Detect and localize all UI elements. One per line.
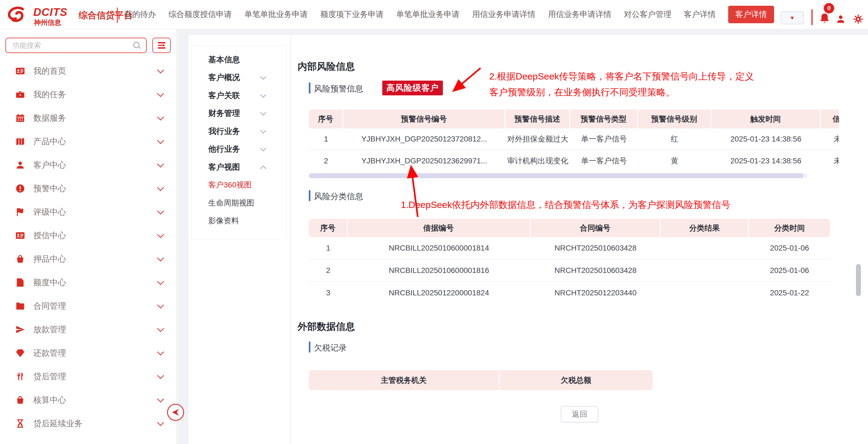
sidebar-item-data-services[interactable]: 数据服务 [0,106,176,130]
table-row[interactable]: 2 NRCBILL2025010600001816 NRCHT202501060… [309,260,830,282]
column-header-clipped: 信 [820,110,839,128]
diamond-icon [15,348,25,358]
chevron-down-icon [157,349,164,355]
table-header-row: 序号 借据编号 合同编号 分类结果 分类时间 [309,219,830,237]
chevron-down-icon [157,114,164,120]
subnav-item-financial-management[interactable]: 财务管理 [191,105,286,123]
topnav-item-credit-use-detail-1[interactable]: 用信业务申请详情 [472,9,535,20]
sidebar-item-post-loan-continuation[interactable]: 贷后延续业务 [0,412,176,435]
sidebar-item-limit-center[interactable]: 额度中心 [0,271,176,294]
subnav-item-lifecycle-view[interactable]: 生命周期视图 [191,194,286,212]
collapse-arrow-icon [171,408,180,417]
function-search-input[interactable] [5,38,147,53]
subnav-item-basic-info[interactable]: 基本信息 [191,51,286,69]
section-bar [309,83,310,93]
sidebar-item-post-loan-management[interactable]: 贷后管理 [0,365,176,388]
sidebar-item-disbursement-management[interactable]: 放款管理 [0,318,176,341]
subnav-item-label: 我行业务 [208,126,240,137]
cell-signal-type: 单一客户信号 [570,128,638,150]
sidebar-item-repayment-management[interactable]: 还款管理 [0,341,176,365]
subnav-item-image-materials[interactable]: 影像资料 [191,212,286,230]
vertical-scrollbar-thumb[interactable] [856,264,861,296]
subnav-item-customer-relation[interactable]: 客户关联 [191,87,286,105]
cell-contract-no: NRCHT2025010603428 [530,260,661,282]
horizontal-scrollbar[interactable] [309,173,808,178]
column-header: 预警信号类型 [570,110,638,128]
table-row[interactable]: 1 NRCBILL2025010600001814 NRCHT202501060… [309,237,830,260]
settings-gear-icon[interactable] [853,14,863,25]
sidebar-item-collateral-center[interactable]: 押品中心 [0,247,176,271]
chevron-down-icon [157,325,164,332]
topnav-item-under-limit-application[interactable]: 额度项下业务申请 [320,9,383,20]
sidebar-collapse-menu-button[interactable] [152,38,170,53]
cell-seq: 3 [309,282,348,303]
cell-class-result [661,282,749,303]
cell-signal-no: YJBHYJXH_DGP20250123720812... [343,128,505,150]
sidebar-item-label: 贷后管理 [33,371,66,382]
chevron-down-icon [157,231,164,238]
sidebar-collapse-button[interactable] [167,404,184,421]
topnav-item-corporate-customer-mgmt[interactable]: 对公客户管理 [624,9,672,20]
topnav-item-single-batch-application-2[interactable]: 单笔单批业务申请 [396,9,460,20]
cell-seq: 1 [309,128,343,150]
sidebar-item-customer-center[interactable]: 客户中心 [0,153,176,177]
topnav-item-credit-line-application[interactable]: 综合额度授信申请 [168,9,232,20]
sidebar-item-contract-management[interactable]: 合同管理 [0,294,176,318]
column-header: 合同编号 [530,219,661,237]
table-row[interactable]: 2 YJBHYJXH_DGP20250123629971... 审计机构出现变化… [309,150,839,171]
cell-contract-no: NRCHT2025010603428 [530,237,661,259]
subnav-item-label: 客户视图 [208,162,240,173]
chevron-down-icon [157,278,164,285]
topbar-divider [811,9,813,25]
chevron-down-icon [157,208,164,214]
map-icon [15,137,25,146]
brand-name: DCITS [33,6,67,18]
high-risk-customer-badge: 高风险级客户 [382,81,443,95]
sidebar-item-my-homepage[interactable]: 我的首页 [0,59,176,83]
dropdown-button[interactable]: ▼ [781,11,804,24]
sidebar-gap [176,29,188,444]
cell-class-result [661,260,749,282]
horizontal-scrollbar-thumb[interactable] [309,173,803,178]
sidebar-item-label: 我的任务 [33,89,66,100]
cell-trigger-time: 2025-01-23 14:38:56 [711,150,820,171]
sidebar-item-label: 合同管理 [33,301,66,312]
cell-class-time: 2025-01-22 [749,282,830,303]
cell-class-result [661,237,749,259]
annotation-arrow-1 [405,163,424,219]
table-row[interactable]: 1 YJBHYJXH_DGP20250123720812... 对外担保金额过大… [309,128,839,150]
topnav-item-credit-use-detail-2[interactable]: 用信业务申请详情 [548,9,611,20]
subnav-item-our-bank-business[interactable]: 我行业务 [191,122,286,141]
topnav-item-my-todo[interactable]: 我的待办 [124,9,156,20]
subnav-item-label: 生命周期视图 [208,198,254,208]
sidebar-item-credit-center[interactable]: 授信中心 [0,224,176,247]
sidebar-item-product-center[interactable]: 产品中心 [0,130,176,153]
sidebar-item-label: 贷后延续业务 [33,418,83,429]
topnav-item-customer-detail[interactable]: 客户详情 [684,9,716,20]
sidebar-item-label: 押品中心 [33,254,66,265]
user-profile-icon[interactable] [836,14,846,25]
topnav-item-single-batch-application-1[interactable]: 单笔单批业务申请 [244,9,308,20]
chevron-down-icon [157,67,164,73]
back-button[interactable]: 返回 [561,406,598,422]
sidebar-item-warning-center[interactable]: 预警中心 [0,177,176,200]
subnav-item-label: 基本信息 [208,54,240,65]
tax-arrears-section-label: 欠税记录 [314,343,347,354]
subnav-item-customer-view[interactable]: 客户视图 [191,158,286,176]
sidebar-item-label: 我的首页 [33,66,66,77]
subnav-item-customer-overview[interactable]: 客户概况 [191,69,286,87]
bag-icon [15,395,25,405]
sidebar-item-label: 还款管理 [33,348,66,359]
sidebar-item-rating-center[interactable]: 评级中心 [0,200,176,224]
chevron-down-icon [157,419,164,426]
table-row[interactable]: 3 NRCBILL2025012200001824 NRCHT202501220… [309,282,830,303]
sidebar-item-accounting-center[interactable]: 核算中心 [0,388,176,412]
sidebar-item-my-tasks[interactable]: 我的任务 [0,83,176,106]
column-header: 分类结果 [661,219,749,237]
cell-seq: 2 [309,150,343,171]
internal-risk-title: 内部风险信息 [298,60,355,73]
topnav-active-tab-customer-detail[interactable]: 客户详情 [728,6,774,23]
subnav-item-customer-360-view[interactable]: 客户360视图 [191,176,286,194]
chevron-down-icon [260,92,267,98]
subnav-item-other-bank-business[interactable]: 他行业务 [191,141,286,158]
